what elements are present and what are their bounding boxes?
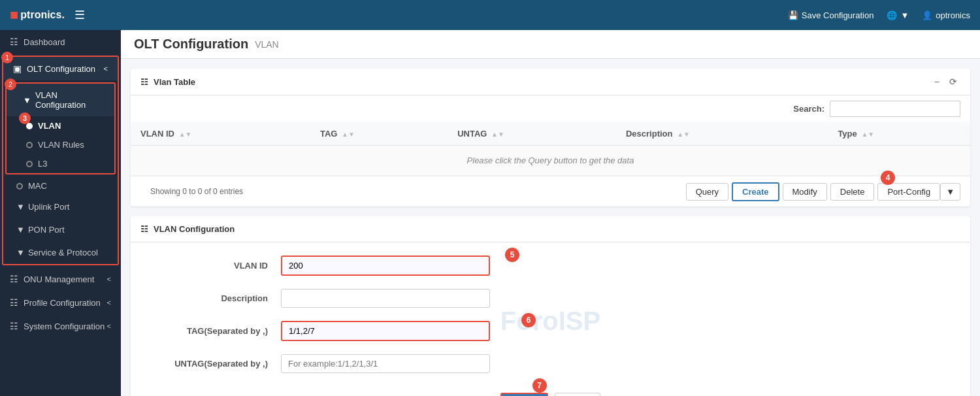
sidebar-subsection-vlan-config: ▼ VLAN Configuration 2 VLAN 3 VLAN Rules bbox=[5, 82, 116, 174]
search-label: Search: bbox=[793, 104, 825, 114]
sidebar-item-uplink-port[interactable]: ▼ Uplink Port bbox=[3, 195, 118, 218]
step-badge-3: 3 bbox=[19, 112, 31, 124]
step-badge-7: 7 bbox=[532, 378, 547, 393]
cancel-button[interactable]: Cancel bbox=[555, 393, 600, 396]
description-row: Description bbox=[150, 289, 951, 308]
minimize-button[interactable]: − bbox=[931, 75, 943, 88]
col-untag: UNTAG ▲▼ bbox=[448, 122, 616, 146]
hamburger-icon[interactable]: ☰ bbox=[74, 8, 85, 22]
search-input[interactable] bbox=[830, 101, 960, 117]
sidebar-vlan-item-wrapper: VLAN 3 bbox=[7, 116, 114, 135]
mac-radio bbox=[16, 183, 23, 190]
globe-icon: 🌐 bbox=[887, 10, 897, 20]
sidebar-item-profile-configuration[interactable]: ☷ Profile Configuration < bbox=[0, 291, 121, 314]
sidebar-item-vlan-rules[interactable]: VLAN Rules bbox=[7, 135, 114, 154]
tag-label: TAG(Separated by ,) bbox=[150, 326, 281, 336]
port-config-button[interactable]: Port-Config bbox=[877, 183, 940, 201]
page-subtitle: VLAN bbox=[255, 39, 279, 50]
description-label: Description bbox=[150, 293, 281, 303]
sidebar-item-onu-management[interactable]: ☷ ONU Management < bbox=[0, 267, 121, 291]
language-button[interactable]: 🌐 ▼ bbox=[887, 10, 909, 20]
port-config-dropdown[interactable]: ▼ bbox=[940, 183, 960, 201]
vlan-form-card: ☷ VLAN Configuration ForoISP 5 VLAN ID D… bbox=[131, 216, 970, 396]
query-button[interactable]: Query bbox=[686, 183, 728, 201]
form-icon: ☷ bbox=[140, 224, 148, 234]
empty-table-message: Please click the Query button to get the… bbox=[131, 146, 970, 176]
untag-label: UNTAG(Separated by ,) bbox=[150, 359, 281, 369]
table-action-buttons: 4 Query Create Modify Delete Port-Config… bbox=[686, 182, 960, 201]
vlan-id-input[interactable] bbox=[281, 256, 490, 276]
col-type: Type ▲▼ bbox=[828, 122, 970, 146]
vlan-form-header: ☷ VLAN Configuration bbox=[131, 216, 970, 242]
sidebar-item-l3[interactable]: L3 bbox=[7, 154, 114, 173]
col-description: Description ▲▼ bbox=[616, 122, 828, 146]
vlan-table-card-header: ☷ Vlan Table − ⟳ bbox=[131, 69, 970, 95]
sidebar-item-vlan-configuration[interactable]: ▼ VLAN Configuration 2 bbox=[7, 84, 114, 116]
profile-icon: ☷ bbox=[10, 297, 18, 308]
create-button[interactable]: Create bbox=[732, 182, 779, 201]
chevron-down-icon: ▼ bbox=[16, 248, 25, 257]
chevron-down-icon: ▼ bbox=[16, 202, 25, 212]
logo-text: ptronics. bbox=[20, 9, 65, 21]
modify-button[interactable]: Modify bbox=[783, 183, 827, 201]
logo-icon: ■ bbox=[10, 7, 18, 24]
sort-icon: ▲▼ bbox=[491, 131, 504, 138]
brand-logo: ■ ptronics. bbox=[10, 7, 65, 24]
page-title: OLT Configuration bbox=[134, 37, 248, 52]
olt-arrow: < bbox=[104, 65, 108, 73]
sidebar-item-dashboard[interactable]: ☷ Dashboard bbox=[0, 30, 121, 54]
port-config-group: Port-Config ▼ bbox=[877, 183, 960, 201]
sidebar-item-mac[interactable]: MAC bbox=[3, 176, 118, 195]
sidebar: ☷ Dashboard ▣ OLT Configuration 1 < ▼ VL… bbox=[0, 30, 121, 396]
form-body: ForoISP 5 VLAN ID Description 6 TAG(Sepa… bbox=[131, 242, 970, 396]
tag-input[interactable] bbox=[281, 321, 490, 341]
user-menu[interactable]: 👤 optronics bbox=[922, 10, 970, 20]
sidebar-item-pon-port[interactable]: ▼ PON Port bbox=[3, 218, 118, 241]
search-row: Search: bbox=[131, 95, 970, 122]
delete-button[interactable]: Delete bbox=[830, 183, 875, 201]
untag-input[interactable] bbox=[281, 354, 490, 373]
col-tag: TAG ▲▼ bbox=[310, 122, 448, 146]
navbar-right: 💾 Save Configuration 🌐 ▼ 👤 optronics bbox=[788, 10, 970, 20]
navbar: ■ ptronics. ☰ 💾 Save Configuration 🌐 ▼ 👤… bbox=[0, 0, 980, 30]
sidebar-item-system-configuration[interactable]: ☷ System Configuration < bbox=[0, 314, 121, 338]
submit-button[interactable]: Submit bbox=[500, 393, 547, 396]
chevron-down-icon: ▼ bbox=[23, 95, 31, 105]
entries-info: Showing 0 to 0 of 0 entries bbox=[140, 182, 253, 201]
card-actions: − ⟳ bbox=[931, 75, 960, 88]
sidebar-item-service-protocol[interactable]: ▼ Service & Protocol bbox=[3, 241, 118, 264]
chevron-down-icon: ▼ bbox=[16, 225, 25, 235]
table-header: VLAN ID ▲▼ TAG ▲▼ UNTAG ▲▼ Description bbox=[131, 122, 970, 146]
vlan-id-label: VLAN ID bbox=[150, 261, 281, 271]
refresh-button[interactable]: ⟳ bbox=[946, 75, 960, 88]
vlan-id-row: 5 VLAN ID bbox=[150, 256, 951, 276]
vlan-table: VLAN ID ▲▼ TAG ▲▼ UNTAG ▲▼ Description bbox=[131, 122, 970, 176]
l3-radio bbox=[26, 161, 33, 167]
table-icon: ☷ bbox=[140, 77, 148, 87]
sort-icon: ▲▼ bbox=[342, 131, 355, 138]
step-badge-6: 6 bbox=[521, 313, 536, 327]
vlan-rules-radio bbox=[26, 142, 33, 148]
table-body: Please click the Query button to get the… bbox=[131, 146, 970, 176]
monitor-icon: ▣ bbox=[13, 63, 22, 74]
sidebar-item-vlan[interactable]: VLAN 3 bbox=[7, 116, 114, 135]
step-badge-4: 4 bbox=[881, 171, 895, 185]
sidebar-section-olt: ▣ OLT Configuration 1 < ▼ VLAN Configura… bbox=[2, 56, 119, 265]
step-badge-1: 1 bbox=[1, 52, 13, 63]
untag-row: UNTAG(Separated by ,) bbox=[150, 354, 951, 373]
step-badge-5: 5 bbox=[505, 248, 519, 262]
main-content: OLT Configuration VLAN ☷ Vlan Table − ⟳ … bbox=[121, 30, 980, 396]
system-icon: ☷ bbox=[10, 321, 18, 331]
form-actions: 7 Submit Cancel bbox=[150, 386, 951, 396]
onu-arrow: < bbox=[107, 275, 111, 283]
vlan-table-title: ☷ Vlan Table bbox=[140, 77, 195, 87]
save-config-button[interactable]: 💾 Save Configuration bbox=[788, 10, 874, 20]
description-input[interactable] bbox=[281, 289, 490, 308]
tag-row: 6 TAG(Separated by ,) bbox=[150, 321, 951, 341]
user-icon: 👤 bbox=[922, 10, 932, 20]
sort-icon: ▲▼ bbox=[179, 131, 192, 138]
save-icon: 💾 bbox=[788, 10, 798, 20]
sort-icon: ▲▼ bbox=[861, 131, 874, 138]
table-footer: Showing 0 to 0 of 0 entries 4 Query Crea… bbox=[131, 176, 970, 206]
sidebar-item-olt-configuration[interactable]: ▣ OLT Configuration 1 < bbox=[3, 57, 118, 80]
